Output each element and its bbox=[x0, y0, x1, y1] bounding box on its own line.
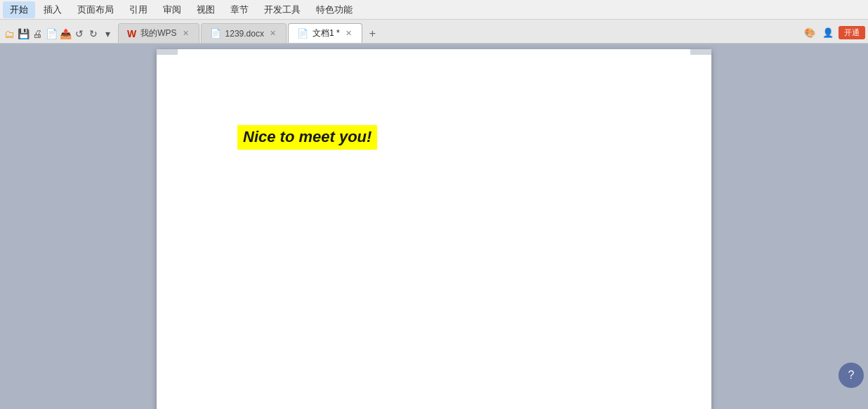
dropdown-icon[interactable]: ▾ bbox=[101, 27, 114, 40]
skin-icon[interactable]: 🎨 bbox=[802, 25, 817, 40]
menu-start[interactable]: 开始 bbox=[3, 1, 35, 18]
tab-wps-label: 我的WPS bbox=[140, 27, 176, 39]
print-icon[interactable]: 🖨 bbox=[31, 27, 44, 40]
document-text: Nice to meet you! bbox=[237, 125, 377, 150]
export-icon[interactable]: 📤 bbox=[59, 27, 72, 40]
wps-tab-icon: W bbox=[127, 28, 136, 39]
help-button[interactable]: ? bbox=[839, 363, 864, 388]
tab-doc1[interactable]: 📄 文档1 * ✕ bbox=[288, 23, 362, 43]
tab-docx-label: 1239.docx bbox=[225, 29, 264, 39]
menu-special[interactable]: 特色功能 bbox=[309, 1, 360, 18]
menu-review[interactable]: 审阅 bbox=[156, 1, 188, 18]
menu-bar: 开始 插入 页面布局 引用 审阅 视图 章节 开发工具 特色功能 bbox=[0, 0, 868, 20]
folder-icon[interactable]: 🗂 bbox=[3, 27, 15, 40]
menu-section[interactable]: 章节 bbox=[223, 1, 256, 18]
tab-wps-close[interactable]: ✕ bbox=[181, 29, 190, 38]
docx-tab-icon: 📄 bbox=[210, 28, 221, 39]
upgrade-button[interactable]: 开通 bbox=[839, 26, 865, 39]
menu-layout[interactable]: 页面布局 bbox=[70, 1, 121, 18]
page-corner-right bbox=[690, 49, 711, 55]
tab-wps[interactable]: W 我的WPS ✕ bbox=[118, 23, 199, 43]
user-icon[interactable]: 👤 bbox=[820, 25, 836, 40]
page-corner-left bbox=[157, 49, 178, 55]
redo-icon[interactable]: ↻ bbox=[87, 27, 100, 40]
new-tab-button[interactable]: + bbox=[364, 25, 381, 43]
right-panel: ? bbox=[857, 44, 868, 409]
document-page: Nice to meet you! bbox=[157, 49, 711, 409]
tab-doc1-label: 文档1 * bbox=[313, 27, 340, 39]
tab-bar: 🗂 💾 🖨 📄 📤 ↺ ↻ ▾ W 我的WPS ✕ 📄 1239.docx ✕ … bbox=[0, 20, 868, 44]
tab-doc1-close[interactable]: ✕ bbox=[344, 29, 353, 38]
doc-content: Nice to meet you! bbox=[237, 125, 377, 150]
doc1-tab-icon: 📄 bbox=[297, 28, 308, 39]
tab-docx[interactable]: 📄 1239.docx ✕ bbox=[201, 23, 287, 43]
print-preview-icon[interactable]: 📄 bbox=[45, 27, 58, 40]
toolbar-left: 🗂 💾 🖨 📄 📤 ↺ ↻ ▾ bbox=[3, 27, 114, 43]
main-area: Nice to meet you! ? bbox=[0, 44, 868, 409]
save-icon[interactable]: 💾 bbox=[17, 27, 29, 40]
help-icon: ? bbox=[848, 369, 855, 382]
menu-view[interactable]: 视图 bbox=[190, 1, 222, 18]
tab-docx-close[interactable]: ✕ bbox=[268, 29, 277, 38]
undo-icon[interactable]: ↺ bbox=[73, 27, 86, 40]
menu-insert[interactable]: 插入 bbox=[37, 1, 69, 18]
menu-reference[interactable]: 引用 bbox=[122, 1, 154, 18]
tab-bar-right: 🎨 👤 开通 bbox=[802, 25, 865, 43]
menu-devtools[interactable]: 开发工具 bbox=[257, 1, 308, 18]
